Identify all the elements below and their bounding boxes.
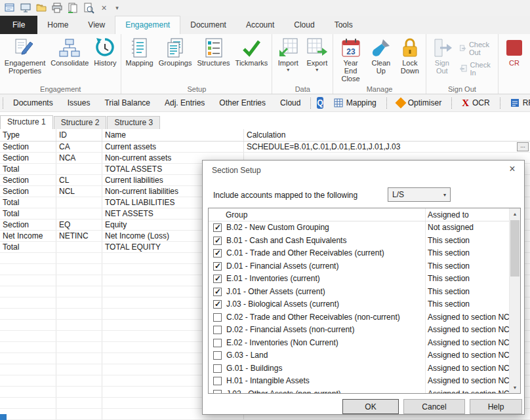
table-row[interactable]: SectionCACurrent assetsSCHEDULE=B.01,C.0… — [0, 142, 530, 153]
grid-header-calculation[interactable]: Calculation — [244, 129, 530, 141]
tab-home[interactable]: Home — [37, 16, 78, 34]
form-icon[interactable] — [3, 1, 16, 15]
monitor-icon[interactable] — [18, 1, 32, 15]
grid-header-id[interactable]: ID — [56, 129, 102, 141]
mapping-button[interactable]: Mapping — [123, 36, 155, 68]
toolbar-trial-balance[interactable]: Trial Balance — [97, 98, 157, 107]
checkbox-unchecked[interactable] — [213, 377, 222, 385]
toolbar-cloud[interactable]: Cloud — [273, 98, 308, 107]
list-item[interactable]: J.03 - Biological Assets (current)This s… — [209, 298, 509, 311]
list-item[interactable]: J.01 - Other Assets (current)This sectio… — [209, 286, 509, 299]
grid-header-type[interactable]: Type — [0, 129, 56, 141]
list-scrollbar[interactable]: ▲ ▼ — [509, 208, 520, 393]
consolidate-button[interactable]: Consolidate — [49, 36, 91, 68]
grid-cell — [56, 275, 102, 286]
checkbox-unchecked[interactable] — [213, 339, 222, 347]
help-button[interactable]: Help — [470, 399, 522, 414]
list-item[interactable]: C.02 - Trade and Other Receivables (non-… — [209, 311, 509, 324]
tab-file[interactable]: File — [0, 16, 37, 34]
check-in-button[interactable]: Check In — [459, 61, 493, 77]
list-item[interactable]: H.01 - Intangible AssetsAssigned to sect… — [209, 375, 509, 388]
check-out-button[interactable]: Check Out — [459, 41, 493, 56]
toolbar-rrpt[interactable]: RRPT — [503, 98, 530, 107]
list-header-assigned[interactable]: Assigned to — [428, 208, 469, 221]
list-item[interactable]: D.02 - Financial Assets (non-current)Ass… — [209, 324, 509, 337]
checkbox-checked[interactable] — [213, 300, 222, 309]
scroll-down-icon[interactable]: ▼ — [510, 382, 520, 393]
checkbox-unchecked[interactable] — [213, 313, 222, 322]
close-icon[interactable]: × — [506, 163, 519, 175]
list-header-group[interactable]: Group — [226, 208, 247, 221]
tab-account[interactable]: Account — [236, 16, 284, 34]
cr-ribbon-button[interactable]: CR — [500, 36, 529, 68]
checkbox-checked[interactable] — [213, 288, 222, 296]
structures-button[interactable]: Structures — [194, 36, 232, 68]
checkbox-checked[interactable] — [213, 237, 222, 245]
groupings-button[interactable]: Groupings — [156, 36, 195, 68]
engagement-properties-button[interactable]: Engagement Properties — [1, 36, 49, 76]
checkbox-checked[interactable] — [213, 223, 222, 232]
toolbar-grip[interactable] — [386, 98, 387, 109]
tab-structure-2[interactable]: Structure 2 — [54, 116, 107, 129]
list-item[interactable]: B.02 - New Custom GroupingNot assigned — [209, 221, 509, 235]
list-item[interactable]: C.01 - Trade and Other Receivables (curr… — [209, 247, 509, 260]
toolbar-grip[interactable] — [310, 98, 311, 109]
sign-out-button[interactable]: Sign Out — [428, 36, 457, 76]
checkbox-checked[interactable] — [213, 249, 222, 258]
cancel-button[interactable]: Cancel — [403, 399, 465, 414]
list-item[interactable]: G.01 - BuildingsAssigned to section NCA — [209, 362, 509, 375]
tab-tools[interactable]: Tools — [325, 16, 363, 34]
checkbox-checked[interactable] — [213, 275, 222, 283]
list-item[interactable]: E.02 - Inventories (Non Current)Assigned… — [209, 337, 509, 350]
tab-view[interactable]: View — [78, 16, 115, 34]
checkbox-unchecked[interactable] — [213, 351, 222, 360]
checkbox-unchecked[interactable] — [213, 390, 222, 394]
dropdown-chevron-icon[interactable]: ▾ — [113, 1, 121, 15]
toolbar-mapping[interactable]: Mapping — [327, 98, 384, 107]
checkbox-checked[interactable] — [213, 262, 222, 271]
clean-up-button[interactable]: Clean Up — [367, 36, 396, 76]
print-icon[interactable] — [50, 1, 64, 15]
export-button[interactable]: Export ▾ — [302, 36, 331, 74]
tab-document[interactable]: Document — [180, 16, 236, 34]
tickmarks-button[interactable]: Tickmarks — [233, 36, 271, 68]
open-folder-icon[interactable] — [34, 1, 48, 15]
grid-cell — [56, 409, 102, 419]
list-item[interactable]: G.03 - LandAssigned to section NCA — [209, 349, 509, 362]
toolbar-documents[interactable]: Documents — [6, 98, 60, 107]
import-button[interactable]: Import ▾ — [274, 36, 302, 74]
scroll-up-icon[interactable]: ▲ — [510, 208, 520, 220]
delete-icon[interactable]: × — [97, 1, 111, 15]
grid-header-name[interactable]: Name — [102, 129, 244, 141]
list-item[interactable]: J.02 - Other Assets (non-current)Assigne… — [209, 388, 509, 394]
list-item[interactable]: E.01 - Inventories (current)This section — [209, 273, 509, 286]
toolbar-other-entries[interactable]: Other Entries — [212, 98, 273, 107]
grid-header: Type ID Name Calculation — [0, 129, 530, 142]
tab-engagement[interactable]: Engagement — [115, 16, 180, 34]
toolbar-grip[interactable] — [500, 98, 500, 109]
toolbar-grip[interactable] — [451, 98, 452, 109]
quickvision-icon[interactable]: Q — [317, 97, 323, 109]
scroll-thumb[interactable] — [510, 220, 520, 277]
history-button[interactable]: History — [91, 36, 119, 68]
tab-cloud[interactable]: Cloud — [284, 16, 324, 34]
grid-cell: Section — [0, 142, 56, 152]
checkbox-unchecked[interactable] — [213, 326, 222, 334]
checkbox-unchecked[interactable] — [213, 364, 222, 373]
calculation-ellipsis-button[interactable]: ... — [517, 142, 529, 151]
tab-structure-3[interactable]: Structure 3 — [107, 116, 160, 129]
preview-icon[interactable] — [81, 1, 95, 15]
documents-icon[interactable] — [66, 1, 79, 15]
tab-structure-1[interactable]: Structure 1 — [0, 115, 53, 129]
lock-down-button[interactable]: Lock Down — [396, 36, 424, 76]
toolbar-grip[interactable] — [3, 98, 3, 109]
toolbar-optimiser[interactable]: Optimiser — [390, 98, 449, 107]
mapping-type-dropdown[interactable]: L/S ▾ — [388, 187, 451, 202]
ok-button[interactable]: OK — [342, 399, 399, 414]
year-end-close-button[interactable]: 23 Year End Close — [335, 36, 367, 84]
list-item[interactable]: B.01 - Cash and Cash EquivalentsThis sec… — [209, 235, 509, 248]
toolbar-adj-entries[interactable]: Adj. Entries — [157, 98, 212, 107]
toolbar-ocr[interactable]: X OCR — [455, 98, 497, 107]
toolbar-issues[interactable]: Issues — [60, 98, 98, 107]
list-item[interactable]: D.01 - Financial Assets (current)This se… — [209, 260, 509, 273]
